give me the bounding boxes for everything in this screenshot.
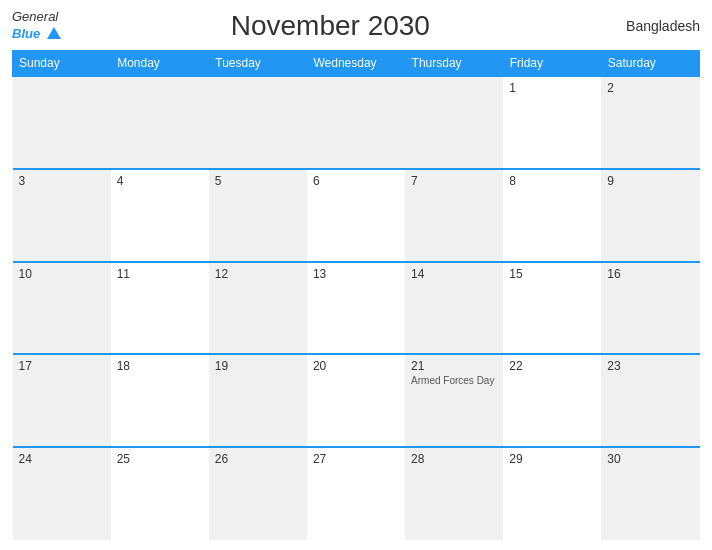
- calendar-day-cell: [209, 76, 307, 169]
- event-label: Armed Forces Day: [411, 375, 497, 386]
- calendar-day-cell: 6: [307, 169, 405, 262]
- day-number: 16: [607, 267, 693, 281]
- day-number: 14: [411, 267, 497, 281]
- logo: General Blue: [12, 10, 61, 42]
- calendar-day-cell: 15: [503, 262, 601, 355]
- logo-general-text: General: [12, 10, 61, 24]
- calendar-day-cell: [111, 76, 209, 169]
- country-label: Bangladesh: [600, 18, 700, 34]
- day-number: 29: [509, 452, 595, 466]
- day-number: 22: [509, 359, 595, 373]
- calendar-day-cell: 5: [209, 169, 307, 262]
- calendar-title: November 2030: [61, 10, 600, 42]
- day-number: 4: [117, 174, 203, 188]
- calendar-header: General Blue November 2030 Bangladesh: [12, 10, 700, 42]
- calendar-week-row: 24252627282930: [13, 447, 700, 540]
- calendar-day-cell: 26: [209, 447, 307, 540]
- header-sunday: Sunday: [13, 51, 111, 77]
- weekday-header-row: Sunday Monday Tuesday Wednesday Thursday…: [13, 51, 700, 77]
- day-number: 17: [19, 359, 105, 373]
- day-number: 5: [215, 174, 301, 188]
- calendar-day-cell: 10: [13, 262, 111, 355]
- calendar-day-cell: 29: [503, 447, 601, 540]
- day-number: 15: [509, 267, 595, 281]
- header-wednesday: Wednesday: [307, 51, 405, 77]
- calendar-day-cell: 11: [111, 262, 209, 355]
- day-number: 8: [509, 174, 595, 188]
- header-thursday: Thursday: [405, 51, 503, 77]
- calendar-day-cell: 17: [13, 354, 111, 447]
- calendar-day-cell: [13, 76, 111, 169]
- calendar-day-cell: 27: [307, 447, 405, 540]
- calendar-day-cell: 13: [307, 262, 405, 355]
- day-number: 26: [215, 452, 301, 466]
- calendar-day-cell: 1: [503, 76, 601, 169]
- calendar-day-cell: 9: [601, 169, 699, 262]
- calendar-week-row: 10111213141516: [13, 262, 700, 355]
- calendar-table: Sunday Monday Tuesday Wednesday Thursday…: [12, 50, 700, 540]
- calendar-day-cell: [307, 76, 405, 169]
- header-monday: Monday: [111, 51, 209, 77]
- header-friday: Friday: [503, 51, 601, 77]
- day-number: 20: [313, 359, 399, 373]
- calendar-day-cell: 21Armed Forces Day: [405, 354, 503, 447]
- day-number: 11: [117, 267, 203, 281]
- day-number: 9: [607, 174, 693, 188]
- day-number: 19: [215, 359, 301, 373]
- day-number: 10: [19, 267, 105, 281]
- calendar-day-cell: 2: [601, 76, 699, 169]
- calendar-day-cell: 12: [209, 262, 307, 355]
- calendar-day-cell: 3: [13, 169, 111, 262]
- day-number: 30: [607, 452, 693, 466]
- calendar-week-row: 1718192021Armed Forces Day2223: [13, 354, 700, 447]
- logo-triangle-icon: [47, 27, 61, 39]
- calendar-day-cell: 4: [111, 169, 209, 262]
- day-number: 24: [19, 452, 105, 466]
- calendar-day-cell: 8: [503, 169, 601, 262]
- day-number: 23: [607, 359, 693, 373]
- day-number: 1: [509, 81, 595, 95]
- day-number: 21: [411, 359, 497, 373]
- calendar-day-cell: 19: [209, 354, 307, 447]
- calendar-week-row: 3456789: [13, 169, 700, 262]
- day-number: 18: [117, 359, 203, 373]
- logo-blue-text: Blue: [12, 24, 61, 42]
- calendar-day-cell: 7: [405, 169, 503, 262]
- calendar-day-cell: 23: [601, 354, 699, 447]
- calendar-day-cell: 20: [307, 354, 405, 447]
- header-saturday: Saturday: [601, 51, 699, 77]
- calendar-day-cell: 22: [503, 354, 601, 447]
- calendar-day-cell: 24: [13, 447, 111, 540]
- day-number: 6: [313, 174, 399, 188]
- calendar-day-cell: 14: [405, 262, 503, 355]
- calendar-day-cell: 16: [601, 262, 699, 355]
- calendar-day-cell: 25: [111, 447, 209, 540]
- day-number: 3: [19, 174, 105, 188]
- calendar-day-cell: 28: [405, 447, 503, 540]
- calendar-container: General Blue November 2030 Bangladesh Su…: [0, 0, 712, 550]
- calendar-day-cell: 18: [111, 354, 209, 447]
- day-number: 2: [607, 81, 693, 95]
- day-number: 7: [411, 174, 497, 188]
- calendar-day-cell: [405, 76, 503, 169]
- calendar-day-cell: 30: [601, 447, 699, 540]
- day-number: 13: [313, 267, 399, 281]
- day-number: 27: [313, 452, 399, 466]
- calendar-week-row: 12: [13, 76, 700, 169]
- day-number: 25: [117, 452, 203, 466]
- day-number: 28: [411, 452, 497, 466]
- header-tuesday: Tuesday: [209, 51, 307, 77]
- day-number: 12: [215, 267, 301, 281]
